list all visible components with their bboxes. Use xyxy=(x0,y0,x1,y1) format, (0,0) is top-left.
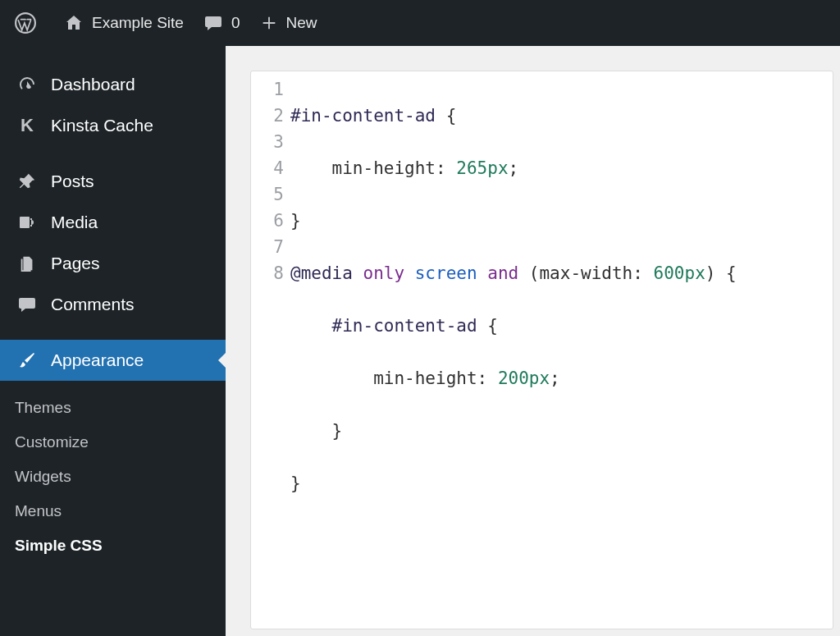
sidebar-item-label: Pages xyxy=(51,254,100,273)
sidebar-item-appearance[interactable]: Appearance xyxy=(0,340,226,381)
appearance-submenu: Themes Customize Widgets Menus Simple CS… xyxy=(0,381,226,566)
k-icon: K xyxy=(15,115,39,136)
sidebar-item-label: Dashboard xyxy=(51,75,135,94)
sidebar-item-label: Posts xyxy=(51,172,94,191)
sidebar-item-label: Kinsta Cache xyxy=(51,116,153,135)
css-editor[interactable]: 1 2 3 4 5 6 7 8 #in-content-ad { min-hei… xyxy=(250,71,833,629)
sidebar-item-label: Appearance xyxy=(51,350,144,370)
line-number: 6 xyxy=(251,208,284,234)
admin-sidebar: Dashboard K Kinsta Cache Posts Media Pag… xyxy=(0,46,226,636)
svg-rect-1 xyxy=(20,217,30,228)
sidebar-item-kinsta-cache[interactable]: K Kinsta Cache xyxy=(0,105,226,146)
comment-icon xyxy=(15,295,39,314)
sidebar-item-comments[interactable]: Comments xyxy=(0,284,226,325)
plus-icon xyxy=(260,14,278,32)
code-line: #in-content-ad { xyxy=(290,313,737,339)
line-number: 1 xyxy=(251,76,284,103)
submenu-item-themes[interactable]: Themes xyxy=(15,391,226,425)
code-content[interactable]: #in-content-ad { min-height: 265px; } @m… xyxy=(290,71,737,629)
line-number: 2 xyxy=(251,103,284,129)
submenu-item-menus[interactable]: Menus xyxy=(15,494,226,528)
menu-separator xyxy=(0,146,226,161)
brush-icon xyxy=(15,350,39,370)
code-line: } xyxy=(290,418,737,444)
line-gutter: 1 2 3 4 5 6 7 8 xyxy=(251,71,290,629)
submenu-item-widgets[interactable]: Widgets xyxy=(15,460,226,494)
new-content-button[interactable]: New xyxy=(250,0,327,46)
line-number: 4 xyxy=(251,155,284,181)
menu-separator xyxy=(0,325,226,340)
sidebar-item-media[interactable]: Media xyxy=(0,202,226,243)
line-number: 7 xyxy=(251,234,284,260)
line-number: 5 xyxy=(251,181,284,208)
site-home-button[interactable]: Example Site xyxy=(54,0,194,46)
content-area: 1 2 3 4 5 6 7 8 #in-content-ad { min-hei… xyxy=(226,46,840,636)
site-name-label: Example Site xyxy=(92,14,184,32)
comments-count-label: 0 xyxy=(231,14,240,32)
line-number: 8 xyxy=(251,260,284,286)
code-line: #in-content-ad { xyxy=(290,103,737,129)
main-layout: Dashboard K Kinsta Cache Posts Media Pag… xyxy=(0,46,840,636)
media-icon xyxy=(15,213,39,232)
pages-icon xyxy=(15,254,39,272)
sidebar-item-posts[interactable]: Posts xyxy=(0,161,226,202)
code-line: min-height: 200px; xyxy=(290,365,737,391)
sidebar-item-dashboard[interactable]: Dashboard xyxy=(0,64,226,105)
sidebar-item-label: Media xyxy=(51,213,98,232)
wp-logo-button[interactable] xyxy=(5,0,54,46)
code-line: } xyxy=(290,470,737,496)
code-line: min-height: 265px; xyxy=(290,155,737,181)
submenu-item-customize[interactable]: Customize xyxy=(15,425,226,460)
wordpress-icon xyxy=(15,12,36,34)
submenu-item-simple-css[interactable]: Simple CSS xyxy=(15,528,226,563)
line-number: 3 xyxy=(251,129,284,155)
sidebar-item-pages[interactable]: Pages xyxy=(0,243,226,284)
gauge-icon xyxy=(15,75,39,94)
home-icon xyxy=(64,13,84,33)
comments-button[interactable]: 0 xyxy=(194,0,250,46)
admin-bar: Example Site 0 New xyxy=(0,0,840,46)
code-line: @media only screen and (max-width: 600px… xyxy=(290,260,737,286)
new-label: New xyxy=(286,14,317,32)
code-line: } xyxy=(290,208,737,234)
pin-icon xyxy=(15,172,39,190)
sidebar-item-label: Comments xyxy=(51,295,135,314)
comment-icon xyxy=(203,13,223,33)
